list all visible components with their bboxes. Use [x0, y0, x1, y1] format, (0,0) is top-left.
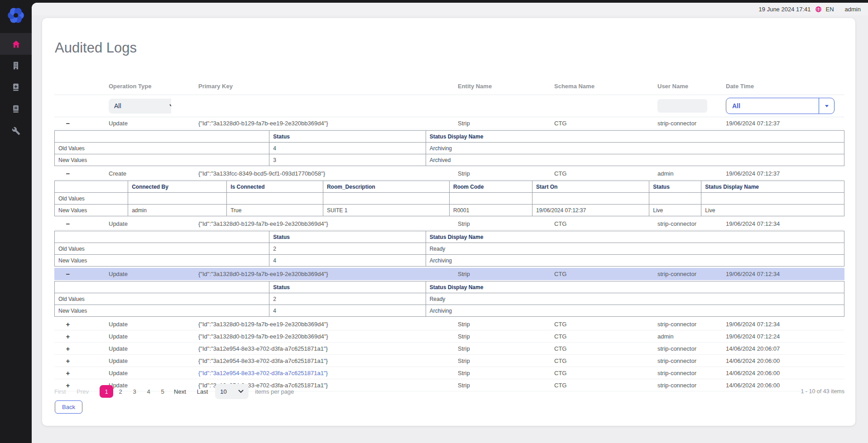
- table-row[interactable]: −Update{"Id":"3a1328d0-b129-fa7b-ee19-2e…: [54, 218, 844, 230]
- detail-column-header: Status: [269, 131, 426, 143]
- cell-entity-name: Strip: [458, 120, 554, 127]
- expand-icon[interactable]: +: [66, 333, 70, 340]
- page-button-5[interactable]: 5: [156, 385, 169, 398]
- header-schema-name[interactable]: Schema Name: [554, 83, 657, 90]
- table-row[interactable]: +Update{"Id":"3a1328d0-b129-fa7b-ee19-2e…: [54, 318, 844, 330]
- cell-entity-name: Strip: [458, 345, 554, 352]
- table-row[interactable]: +Update{"Id":"3a12e954-8e33-e702-d3fa-a7…: [54, 343, 844, 355]
- cell-schema-name: CTG: [554, 170, 657, 177]
- cell-primary-key: {"Id":"3a12e954-8e33-e702-d3fa-a7c625187…: [171, 345, 458, 352]
- page-size-select[interactable]: 10: [215, 384, 249, 399]
- expand-icon[interactable]: +: [66, 321, 70, 328]
- detail-value-cell: 3: [269, 154, 426, 166]
- cell-user-name: admin: [657, 333, 726, 340]
- last-page-button[interactable]: Last: [197, 388, 208, 395]
- detail-column-header: Room Code: [449, 181, 532, 193]
- collapse-icon[interactable]: −: [66, 120, 70, 127]
- page-button-1[interactable]: 1: [100, 385, 113, 398]
- cell-expand: −: [54, 120, 82, 127]
- header-operation-type[interactable]: Operation Type: [82, 83, 171, 90]
- detail-value-cell: Archiving: [426, 143, 844, 154]
- content-area: 19 June 2024 17:41 EN admin Audited Logs…: [32, 3, 868, 443]
- detail-value-cell: 4: [269, 143, 426, 154]
- detail-row-label: New Values: [55, 305, 269, 317]
- detail-corner-cell: [55, 231, 269, 243]
- operation-type-filter-select[interactable]: All: [109, 99, 171, 114]
- cell-user-name: strip-connector: [657, 120, 726, 127]
- audit-detail-table: StatusStatus Display NameOld Values4Arch…: [54, 130, 844, 166]
- topbar-datetime: 19 June 2024 17:41: [759, 6, 811, 13]
- expand-icon[interactable]: +: [66, 357, 70, 364]
- sidebar-item-settings[interactable]: [0, 120, 32, 142]
- detail-value-cell: [227, 193, 323, 205]
- cell-schema-name: CTG: [554, 345, 657, 352]
- home-icon: [11, 39, 21, 49]
- back-button[interactable]: Back: [55, 400, 82, 414]
- cell-schema-name: CTG: [554, 120, 657, 127]
- detail-value-cell: True: [227, 205, 323, 216]
- cell-schema-name: CTG: [554, 333, 657, 340]
- header-primary-key[interactable]: Primary Key: [171, 83, 458, 90]
- detail-value-cell: [449, 193, 532, 205]
- page-button-2[interactable]: 2: [114, 385, 127, 398]
- collapse-icon[interactable]: −: [66, 170, 70, 177]
- cell-schema-name: CTG: [554, 271, 657, 277]
- detail-value-cell: Archived: [426, 154, 844, 166]
- detail-column-header: Status: [269, 281, 426, 293]
- globe-icon: [815, 6, 822, 13]
- table-row[interactable]: +Update{"Id":"3a12e954-8e33-e702-d3fa-a7…: [54, 355, 844, 367]
- page-button-3[interactable]: 3: [128, 385, 141, 398]
- audit-detail-table: Connected ByIs ConnectedRoom_Description…: [54, 181, 844, 216]
- table-row[interactable]: +Update{"Id":"3a1328d0-b129-fa7b-ee19-2e…: [54, 330, 844, 343]
- sidebar-item-organization[interactable]: [0, 55, 32, 76]
- sidebar-item-registry-add[interactable]: [0, 76, 32, 98]
- header-user-name[interactable]: User Name: [657, 83, 726, 90]
- collapse-icon[interactable]: −: [66, 220, 70, 227]
- table-row[interactable]: −Create{"Id":"3a133fcc-8349-bcd5-9cf1-09…: [54, 167, 844, 180]
- page-title: Audited Logs: [55, 40, 137, 56]
- user-name-filter-input[interactable]: [657, 99, 707, 113]
- next-page-button[interactable]: Next: [174, 388, 186, 395]
- detail-column-header: Is Connected: [227, 181, 323, 193]
- pagination-range-label: 1 - 10 of 43 items: [801, 388, 844, 395]
- date-time-filter-caret-button[interactable]: [819, 98, 834, 114]
- cell-date-time: 14/06/2024 20:06:07: [726, 345, 844, 352]
- sidebar-item-journal[interactable]: [0, 98, 32, 120]
- app-logo: [6, 5, 26, 25]
- date-time-filter-value: All: [726, 98, 819, 114]
- cell-expand: −: [54, 271, 82, 277]
- page-button-4[interactable]: 4: [142, 385, 155, 398]
- book-plus-icon: [11, 83, 20, 92]
- detail-value-cell: SUITE 1: [323, 205, 449, 216]
- header-date-time[interactable]: Date Time: [726, 83, 844, 90]
- cell-entity-name: Strip: [458, 271, 554, 277]
- cell-user-name: strip-connector: [657, 357, 726, 364]
- detail-row-label: Old Values: [55, 193, 128, 205]
- table-row[interactable]: +Update{"Id":"3a12e954-8e33-e702-d3fa-a7…: [54, 367, 844, 379]
- chevron-down-icon: [238, 390, 244, 393]
- cell-expand: +: [54, 345, 82, 352]
- prev-page-button[interactable]: Prev: [77, 388, 89, 395]
- expand-icon[interactable]: +: [66, 345, 70, 352]
- sidebar-item-home[interactable]: [0, 33, 32, 55]
- language-selector[interactable]: EN: [826, 6, 834, 13]
- cell-primary-key: {"Id":"3a133fcc-8349-bcd5-9cf1-093d1770b…: [171, 170, 458, 177]
- first-page-button[interactable]: First: [54, 388, 66, 395]
- filter-operation-cell: All: [82, 99, 171, 114]
- detail-row-label: New Values: [55, 154, 269, 166]
- table-row[interactable]: −Update{"Id":"3a1328d0-b129-fa7b-ee19-2e…: [54, 268, 844, 280]
- date-time-filter-select[interactable]: All: [726, 98, 834, 114]
- expand-icon[interactable]: +: [66, 370, 70, 376]
- cell-operation-type: Update: [82, 321, 171, 328]
- collapse-icon[interactable]: −: [66, 271, 70, 277]
- page-number-list: 12345: [100, 385, 170, 398]
- detail-corner-cell: [55, 281, 269, 293]
- header-entity-name[interactable]: Entity Name: [458, 83, 554, 90]
- sidebar: [0, 0, 32, 443]
- filter-user-cell: [657, 99, 726, 113]
- cell-entity-name: Strip: [458, 357, 554, 364]
- detail-value-cell: [128, 193, 227, 205]
- cell-user-name: strip-connector: [657, 345, 726, 352]
- table-row[interactable]: −Update{"Id":"3a1328d0-b129-fa7b-ee19-2e…: [54, 117, 844, 129]
- user-menu[interactable]: admin: [845, 6, 861, 13]
